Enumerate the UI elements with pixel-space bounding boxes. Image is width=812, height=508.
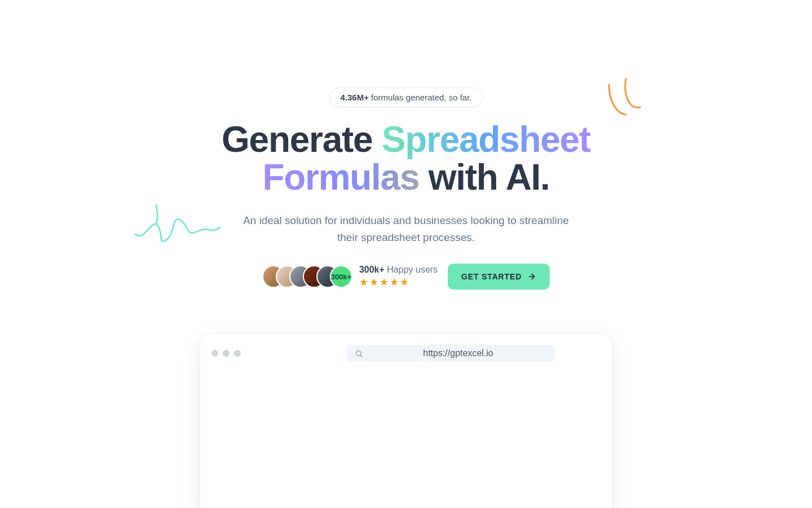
users-label: Happy users xyxy=(385,265,438,274)
window-controls xyxy=(211,350,241,357)
url-bar: https://gptexcel.io xyxy=(347,345,555,362)
get-started-button[interactable]: GET STARTED xyxy=(448,264,550,290)
users-count-text: 300k+ Happy users xyxy=(359,265,438,275)
star-icon: ★ xyxy=(379,277,390,288)
stats-badge: 4.36M+ formulas generated, so far. xyxy=(329,87,482,107)
decorative-squiggle-left xyxy=(133,200,223,253)
star-icon: ★ xyxy=(359,277,369,288)
social-proof: 300k+ 300k+ Happy users ★★★★★ xyxy=(262,265,438,288)
star-icon: ★ xyxy=(369,277,379,288)
search-icon xyxy=(355,349,363,358)
headline-part3: Formulas xyxy=(262,157,419,198)
star-rating: ★★★★★ xyxy=(359,276,438,288)
window-dot xyxy=(234,350,241,357)
avatar-count-badge: 300k+ xyxy=(330,265,352,288)
stats-suffix: formulas generated, so far. xyxy=(369,93,472,102)
svg-line-2 xyxy=(360,355,362,357)
avatar-stack: 300k+ xyxy=(262,265,352,288)
headline-part2: Spreadsheet xyxy=(382,119,590,160)
browser-mockup: https://gptexcel.io xyxy=(200,335,612,508)
star-icon: ★ xyxy=(390,277,400,288)
window-dot xyxy=(211,350,218,357)
page-headline: Generate Spreadsheet Formulas with AI. xyxy=(0,121,812,196)
url-text: https://gptexcel.io xyxy=(369,348,548,358)
headline-part1: Generate xyxy=(222,119,382,160)
window-dot xyxy=(223,350,230,357)
users-count: 300k+ xyxy=(359,265,385,274)
star-icon: ★ xyxy=(400,277,410,288)
decorative-squiggle-right xyxy=(606,76,646,121)
page-subtitle: An ideal solution for individuals and bu… xyxy=(242,212,570,246)
stats-count: 4.36M+ xyxy=(340,93,368,102)
headline-part4: with AI. xyxy=(419,157,549,198)
arrow-right-icon xyxy=(527,272,536,281)
cta-label: GET STARTED xyxy=(461,272,522,281)
